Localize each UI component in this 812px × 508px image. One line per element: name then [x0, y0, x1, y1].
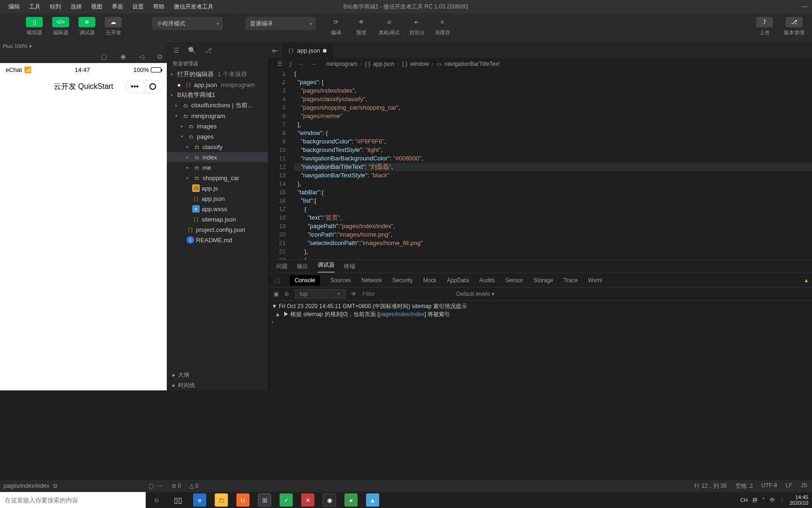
menu-view[interactable]: 视图 [86, 3, 107, 11]
taskbar-search[interactable] [0, 492, 146, 508]
tree-images[interactable]: ▸🗀 images [167, 121, 268, 131]
device-selector[interactable]: Plus 100% ▾ [3, 43, 32, 49]
status-errors[interactable]: ⊘ 0 [172, 483, 181, 489]
sim-screenshot-icon[interactable]: ⧉ [157, 53, 162, 61]
sidebar-toggle-icon[interactable]: ▣ [273, 291, 279, 297]
explorer-list-icon[interactable]: ☰ [173, 47, 180, 54]
devtab-mock[interactable]: Mock [423, 277, 437, 284]
menu-goto[interactable]: 转到 [45, 3, 66, 11]
menu-devtools[interactable]: 微信开发者工具 [169, 3, 218, 11]
upload-button[interactable]: ⤴ 上传 [753, 17, 776, 36]
devtab-network[interactable]: Network [361, 277, 382, 284]
code-area[interactable]: 1⌄2⌄3 4567 8⌄91011 121314 15⌄16⌄ 17⌄1819… [268, 70, 812, 260]
tree-cloudfunctions[interactable]: ▸🗀 cloudfunctions | 当前... [167, 100, 268, 111]
editor-button[interactable]: </> 编辑器 [49, 17, 72, 36]
cortana-icon[interactable]: ○ [146, 492, 167, 508]
nav-fwd-icon[interactable]: → [311, 61, 317, 67]
devtools-inspect-icon[interactable]: ⬚ [274, 277, 280, 284]
devtab-security[interactable]: Security [392, 277, 413, 284]
tree-index[interactable]: ▸🗀 index [167, 152, 268, 162]
devtab-sensor[interactable]: Sensor [505, 277, 523, 284]
tray-collapse-icon[interactable]: ˄ [762, 497, 765, 503]
background-button[interactable]: ⇤ 切后台 [405, 17, 429, 36]
outline-section[interactable]: ▸大纲 [167, 370, 268, 380]
eol[interactable]: LF [786, 482, 792, 490]
menu-tools[interactable]: 工具 [24, 3, 45, 11]
tree-appwxss[interactable]: ≡ app.wxss [167, 204, 268, 214]
code-body[interactable]: { "pages": [ "pages/index/index", "pages… [294, 70, 812, 260]
filter-input[interactable] [362, 291, 447, 297]
context-selector[interactable]: top ▾ [295, 289, 345, 299]
ime-indicator[interactable]: CH [740, 497, 748, 503]
tree-readme[interactable]: i README.md [167, 235, 268, 245]
sim-more-icon[interactable]: ⋯ [157, 483, 163, 489]
tab-output[interactable]: 输出 [297, 262, 308, 270]
clear-cache-button[interactable]: ≡ 清缓存 [430, 17, 454, 36]
wxdev-icon[interactable]: ● [344, 493, 358, 507]
tab-terminal[interactable]: 终端 [344, 262, 355, 270]
devtab-wxml[interactable]: Wxml [588, 277, 602, 284]
eye-icon[interactable]: 👁 [351, 291, 357, 297]
edge-icon[interactable]: e [193, 493, 206, 507]
tree-miniprogram[interactable]: ▾🗀 miniprogram [167, 111, 268, 121]
compile-mode-dropdown[interactable]: 普通编译 ▾ [245, 17, 316, 30]
tray-more-icon[interactable]: ⋮ [780, 497, 785, 503]
status-warnings[interactable]: △ 0 [189, 483, 198, 489]
devtab-console[interactable]: Console [290, 275, 320, 286]
tab-problems[interactable]: 问题 [276, 262, 288, 270]
tree-me[interactable]: ▸🗀 me [167, 162, 268, 173]
sim-mute-icon[interactable]: ◁ [139, 53, 144, 60]
explorer-app-icon[interactable]: 🗀 [215, 493, 228, 507]
remote-debug-button[interactable]: ⎚ 真机调试 [375, 17, 403, 36]
debugger-button[interactable]: ≋ 调试器 [75, 17, 99, 36]
tree-shopping-car[interactable]: ▸🗀 shopping_car [167, 173, 268, 183]
crumb-file[interactable]: app.json [373, 61, 394, 67]
clear-console-icon[interactable]: ⊘ [284, 291, 289, 297]
editor-tab-appjson[interactable]: { } app.json [282, 42, 332, 58]
nav-back-icon[interactable]: ← [299, 61, 304, 67]
ime-mode[interactable]: 拼 [752, 497, 757, 504]
timeline-section[interactable]: ▸时间线 [167, 380, 268, 390]
crumb-folder[interactable]: miniprogram [326, 61, 358, 67]
encoding[interactable]: UTF-8 [761, 482, 777, 490]
tree-appjs[interactable]: JS app.js [167, 183, 268, 193]
store-icon[interactable]: ⊞ [258, 493, 271, 507]
sim-screenshot-icon[interactable]: ▢ [148, 483, 154, 489]
crumb-window[interactable]: window [410, 61, 429, 67]
cursor-position[interactable]: 行 12，列 35 [694, 482, 726, 490]
menu-help[interactable]: 帮助 [148, 3, 169, 11]
taskview-icon[interactable]: ▯▯ [167, 492, 189, 508]
uc-icon[interactable]: U [236, 493, 250, 507]
menu-select[interactable]: 选择 [66, 3, 86, 11]
devtab-trace[interactable]: Trace [563, 277, 578, 284]
capsule-close-icon[interactable] [144, 80, 162, 93]
log-levels-dropdown[interactable]: Default levels ▾ [456, 291, 494, 297]
menu-settings[interactable]: 设置 [128, 3, 148, 11]
photos-icon[interactable]: ▲ [366, 493, 379, 507]
bookmark-icon[interactable]: ▯ [289, 61, 292, 67]
devtab-sources[interactable]: Sources [330, 277, 351, 284]
search-input[interactable] [5, 497, 146, 504]
editor-list-icon[interactable]: ☰ [277, 61, 282, 67]
window-minimize-icon[interactable]: — [802, 3, 807, 10]
project-root[interactable]: ▾ B站教学商城1 [167, 90, 268, 100]
open-editors-header[interactable]: ▾ 打开的编辑器 1 个未保存 [167, 69, 268, 79]
tree-appjson[interactable]: { } app.json [167, 193, 268, 204]
simulator-button[interactable]: ▯ 模拟器 [23, 17, 46, 36]
capsule-menu-icon[interactable]: ••• [126, 80, 144, 93]
tree-projectconfig[interactable]: { } project.config.json [167, 224, 268, 235]
indent-setting[interactable]: 空格: 2 [735, 482, 753, 490]
tree-pages[interactable]: ▾🗀 pages [167, 131, 268, 142]
explorer-git-icon[interactable]: ⎇ [204, 47, 212, 54]
sim-rotate-icon[interactable]: ▢ [101, 53, 107, 60]
wechat-icon[interactable]: ✓ [280, 493, 293, 507]
sim-record-icon[interactable]: ◉ [120, 53, 126, 60]
ime-lang[interactable]: 中 [770, 497, 775, 504]
tree-sitemap[interactable]: { } sitemap.json [167, 214, 268, 224]
app-icon[interactable]: ✕ [301, 493, 314, 507]
explorer-search-icon[interactable]: 🔍 [188, 47, 196, 54]
cloud-button[interactable]: ☁ 云开发 [102, 17, 125, 36]
collapse-panel-icon[interactable]: ⇤ [268, 42, 282, 58]
devtab-appdata[interactable]: AppData [447, 277, 469, 284]
copy-icon[interactable]: ⧉ [53, 483, 57, 489]
